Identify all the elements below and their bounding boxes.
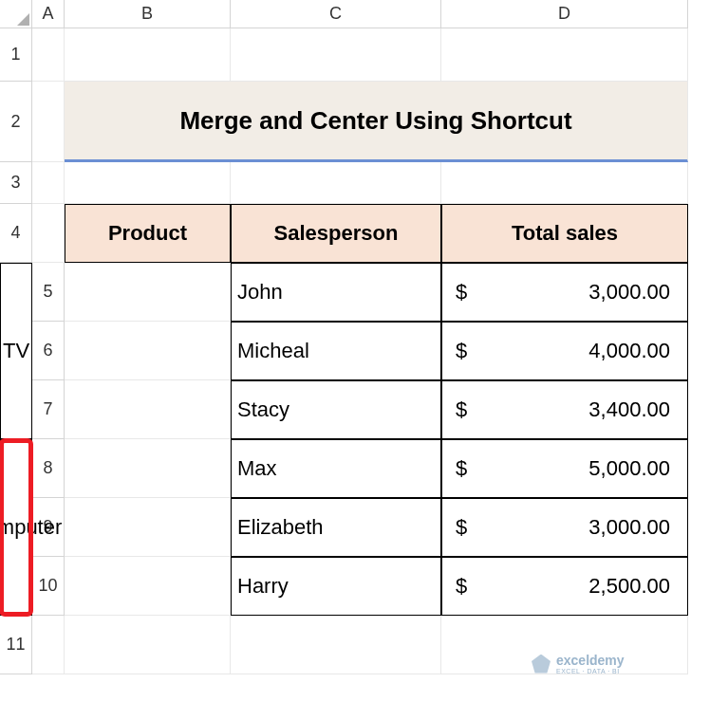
currency-symbol: $	[456, 280, 467, 305]
row-header-3[interactable]: 3	[0, 162, 32, 204]
amount-value: 2,500.00	[588, 574, 670, 599]
amount-value: 3,000.00	[588, 515, 670, 540]
watermark: exceldemy EXCEL · DATA · BI	[532, 653, 625, 674]
select-all-corner[interactable]	[0, 0, 32, 28]
currency-symbol: $	[456, 574, 467, 599]
total-stacy[interactable]: $3,400.00	[441, 380, 688, 439]
spreadsheet-grid[interactable]: A B C D 1 2 Merge and Center Using Short…	[0, 0, 728, 674]
salesperson-elizabeth[interactable]: Elizabeth	[231, 498, 441, 557]
cell-a7[interactable]	[65, 380, 231, 439]
row-header-7[interactable]: 7	[32, 380, 65, 439]
row-header-1[interactable]: 1	[0, 28, 32, 82]
total-elizabeth[interactable]: $3,000.00	[441, 498, 688, 557]
amount-value: 4,000.00	[588, 339, 670, 363]
cell-a4[interactable]	[32, 204, 65, 263]
cell-a8[interactable]	[65, 439, 231, 498]
currency-symbol: $	[456, 515, 467, 540]
cell-b3[interactable]	[65, 162, 231, 204]
watermark-tagline: EXCEL · DATA · BI	[556, 668, 625, 674]
cell-a3[interactable]	[32, 162, 65, 204]
cell-a2[interactable]	[32, 82, 65, 162]
cell-c1[interactable]	[231, 28, 441, 82]
cell-a9[interactable]	[65, 498, 231, 557]
header-product[interactable]: Product	[65, 204, 231, 263]
watermark-name: exceldemy	[556, 653, 625, 668]
cell-b1[interactable]	[65, 28, 231, 82]
cell-c3[interactable]	[231, 162, 441, 204]
cell-a5[interactable]	[65, 263, 231, 322]
salesperson-micheal[interactable]: Micheal	[231, 322, 441, 380]
cell-a1[interactable]	[32, 28, 65, 82]
row-header-6[interactable]: 6	[32, 322, 65, 380]
header-salesperson[interactable]: Salesperson	[231, 204, 441, 263]
amount-value: 5,000.00	[588, 456, 670, 481]
header-total[interactable]: Total sales	[441, 204, 688, 263]
row-header-4[interactable]: 4	[0, 204, 32, 263]
row-header-8[interactable]: 8	[32, 439, 65, 498]
cell-b11[interactable]	[65, 616, 231, 674]
cell-d1[interactable]	[441, 28, 688, 82]
cell-a6[interactable]	[65, 322, 231, 380]
salesperson-john[interactable]: John	[231, 263, 441, 322]
cell-a10[interactable]	[65, 557, 231, 616]
watermark-icon	[532, 655, 551, 674]
title-merged[interactable]: Merge and Center Using Shortcut	[65, 82, 688, 162]
cell-d3[interactable]	[441, 162, 688, 204]
currency-symbol: $	[456, 456, 467, 481]
cell-c11[interactable]	[231, 616, 441, 674]
col-header-d[interactable]: D	[441, 0, 688, 28]
total-max[interactable]: $5,000.00	[441, 439, 688, 498]
row-header-11[interactable]: 11	[0, 616, 32, 674]
salesperson-max[interactable]: Max	[231, 439, 441, 498]
product-tv-merged[interactable]: TV	[0, 263, 32, 439]
col-header-a[interactable]: A	[32, 0, 65, 28]
salesperson-harry[interactable]: Harry	[231, 557, 441, 616]
amount-value: 3,400.00	[588, 397, 670, 422]
total-micheal[interactable]: $4,000.00	[441, 322, 688, 380]
currency-symbol: $	[456, 339, 467, 363]
salesperson-stacy[interactable]: Stacy	[231, 380, 441, 439]
row-header-10[interactable]: 10	[32, 557, 65, 616]
col-header-c[interactable]: C	[231, 0, 441, 28]
row-header-2[interactable]: 2	[0, 82, 32, 162]
cell-a11[interactable]	[32, 616, 65, 674]
currency-symbol: $	[456, 397, 467, 422]
total-john[interactable]: $3,000.00	[441, 263, 688, 322]
product-computer-merged[interactable]: Computer	[0, 439, 32, 616]
total-harry[interactable]: $2,500.00	[441, 557, 688, 616]
amount-value: 3,000.00	[588, 280, 670, 305]
col-header-b[interactable]: B	[65, 0, 231, 28]
row-header-5[interactable]: 5	[32, 263, 65, 322]
